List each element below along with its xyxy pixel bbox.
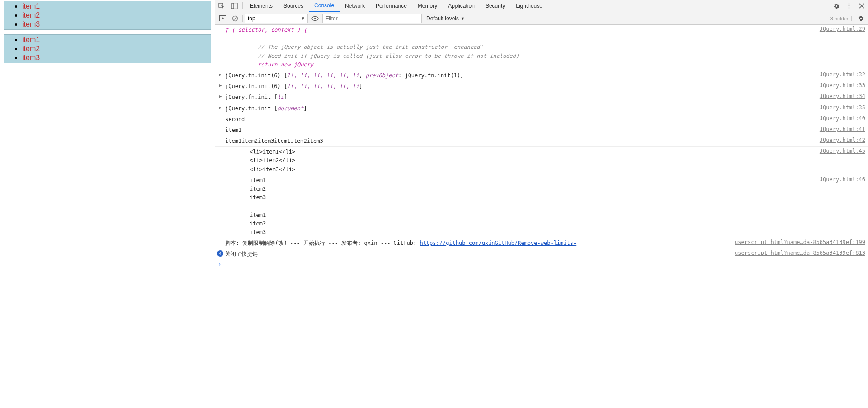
- console-row[interactable]: second JQuery.html:40: [215, 114, 868, 125]
- list-item: item3: [22, 20, 210, 29]
- console-output[interactable]: ƒ ( selector, context ) { // The jQuery …: [215, 25, 868, 408]
- console-row[interactable]: item1item2item3item1item2item3 JQuery.ht…: [215, 136, 868, 147]
- console-row[interactable]: <li>item1</li> <li>item2</li> <li>item3<…: [215, 147, 868, 175]
- rendered-page: item1 item2 item3 item1 item2 item3: [0, 0, 215, 408]
- separator: [242, 2, 243, 9]
- source-link[interactable]: userscript.html?name…da-8565a34139ef:813: [730, 250, 865, 256]
- list-item: item1: [22, 2, 210, 11]
- log-text: second: [225, 115, 815, 124]
- code-text: jQuery.fn.init(6): [225, 83, 281, 89]
- tab-application[interactable]: Application: [443, 0, 480, 12]
- code-text: document: [278, 105, 304, 112]
- svg-line-8: [233, 17, 237, 20]
- console-row[interactable]: ▶ jQuery.fn.init [document] JQuery.html:…: [215, 103, 868, 114]
- expand-icon[interactable]: ▶: [219, 94, 222, 98]
- source-link[interactable]: JQuery.html:40: [815, 115, 865, 122]
- code-text: // The jQuery object is actually just th…: [258, 44, 483, 50]
- tab-memory[interactable]: Memory: [412, 0, 443, 12]
- source-link[interactable]: JQuery.html:41: [815, 126, 865, 132]
- list-item: item2: [22, 44, 210, 53]
- code-text: ƒ ( selector, context ) {: [225, 27, 307, 33]
- code-text: jQuery.fn.init: [225, 94, 271, 100]
- console-settings-icon[interactable]: [855, 13, 866, 24]
- source-link[interactable]: JQuery.html:32: [815, 71, 865, 78]
- console-row[interactable]: ▶ jQuery.fn.init(6) [li, li, li, li, li,…: [215, 81, 868, 92]
- list-2: item1 item2 item3: [4, 34, 211, 63]
- code-text: prevObject: [366, 72, 398, 79]
- log-text: <li>item1</li> <li>item2</li> <li>item3<…: [225, 148, 815, 174]
- log-text: item1item2item3item1item2item3: [225, 137, 815, 145]
- svg-point-10: [314, 18, 316, 19]
- tab-elements[interactable]: Elements: [245, 0, 278, 12]
- source-link[interactable]: JQuery.html:34: [815, 93, 865, 99]
- prompt-icon: ›: [218, 261, 221, 267]
- svg-point-3: [849, 3, 850, 5]
- github-link[interactable]: https://github.com/qxinGitHub/Remove-web…: [420, 240, 576, 246]
- svg-rect-2: [234, 3, 237, 9]
- device-toggle-icon[interactable]: [228, 0, 241, 12]
- code-text: jQuery.fn.init: [225, 105, 271, 112]
- tab-performance[interactable]: Performance: [370, 0, 412, 12]
- source-link[interactable]: JQuery.html:45: [815, 148, 865, 154]
- code-text: // Need init if jQuery is called (just a…: [258, 53, 519, 59]
- source-link[interactable]: userscript.html?name…da-8565a34139ef:199: [730, 239, 865, 245]
- console-prompt[interactable]: ›: [215, 260, 868, 268]
- devtools-tabbar: Elements Sources Console Network Perform…: [215, 0, 868, 12]
- list-1: item1 item2 item3: [4, 1, 211, 30]
- console-row[interactable]: 脚本: 复制限制解除(改) --- 开始执行 --- 发布者: qxin ---…: [215, 238, 868, 249]
- code-text: li: [278, 94, 284, 100]
- source-link[interactable]: JQuery.html:35: [815, 104, 865, 111]
- clear-console-icon[interactable]: [230, 13, 241, 24]
- console-row[interactable]: ▶ jQuery.fn.init [li] JQuery.html:34: [215, 92, 868, 103]
- tab-lighthouse[interactable]: Lighthouse: [510, 0, 548, 12]
- code-text: li, li, li, li, li, li: [287, 83, 359, 89]
- console-toolbar: ▼ Default levels ▼ 3 hidden: [215, 12, 868, 25]
- list-item: item1: [22, 35, 210, 44]
- console-row[interactable]: ▶ jQuery.fn.init(6) [li, li, li, li, li,…: [215, 70, 868, 81]
- svg-point-4: [849, 5, 850, 7]
- settings-icon[interactable]: [830, 0, 843, 12]
- close-icon[interactable]: [855, 0, 868, 12]
- console-row[interactable]: 4 关闭了快捷键 userscript.html?name…da-8565a34…: [215, 249, 868, 260]
- log-text: 关闭了快捷键: [225, 250, 730, 258]
- code-text: jQuery.fn.init(1): [405, 72, 460, 79]
- source-link[interactable]: JQuery.html:29: [815, 26, 865, 32]
- log-levels-select[interactable]: Default levels ▼: [424, 14, 467, 23]
- log-text: item1 item2 item3 item1 item2 item3: [225, 176, 815, 237]
- filter-input[interactable]: [322, 14, 422, 23]
- sidebar-toggle-icon[interactable]: [217, 13, 228, 24]
- log-text: 脚本: 复制限制解除(改) --- 开始执行 --- 发布者: qxin ---…: [225, 240, 420, 246]
- console-row[interactable]: ƒ ( selector, context ) { // The jQuery …: [215, 25, 868, 70]
- source-link[interactable]: JQuery.html:46: [815, 176, 865, 183]
- inspect-icon[interactable]: [215, 0, 228, 12]
- tab-console[interactable]: Console: [309, 0, 340, 12]
- tab-network[interactable]: Network: [340, 0, 370, 12]
- list-item: item2: [22, 11, 210, 20]
- info-badge: 4: [217, 250, 223, 257]
- list-item: item3: [22, 53, 210, 62]
- console-row[interactable]: item1 item2 item3 item1 item2 item3 JQue…: [215, 175, 868, 238]
- log-levels-label: Default levels: [426, 15, 459, 22]
- code-text: return new jQuery…: [258, 61, 316, 68]
- expand-icon[interactable]: ▶: [219, 72, 222, 77]
- tab-sources[interactable]: Sources: [278, 0, 309, 12]
- svg-point-5: [849, 7, 850, 9]
- code-text: jQuery.fn.init(6): [225, 72, 281, 79]
- expand-icon[interactable]: ▶: [219, 105, 222, 110]
- source-link[interactable]: JQuery.html:33: [815, 82, 865, 89]
- more-icon[interactable]: [843, 0, 855, 12]
- devtools-panel: Elements Sources Console Network Perform…: [215, 0, 868, 408]
- source-link[interactable]: JQuery.html:42: [815, 137, 865, 143]
- live-expression-icon[interactable]: [310, 13, 321, 24]
- console-row[interactable]: item1 JQuery.html:41: [215, 125, 868, 136]
- log-text: item1: [225, 126, 815, 135]
- expand-icon[interactable]: ▶: [219, 83, 222, 88]
- separator: [242, 15, 243, 22]
- context-select[interactable]: [245, 14, 308, 23]
- hidden-messages-count[interactable]: 3 hidden: [830, 16, 852, 21]
- tab-security[interactable]: Security: [480, 0, 510, 12]
- chevron-down-icon: ▼: [461, 16, 465, 21]
- code-text: li, li, li, li, li, li: [287, 72, 359, 79]
